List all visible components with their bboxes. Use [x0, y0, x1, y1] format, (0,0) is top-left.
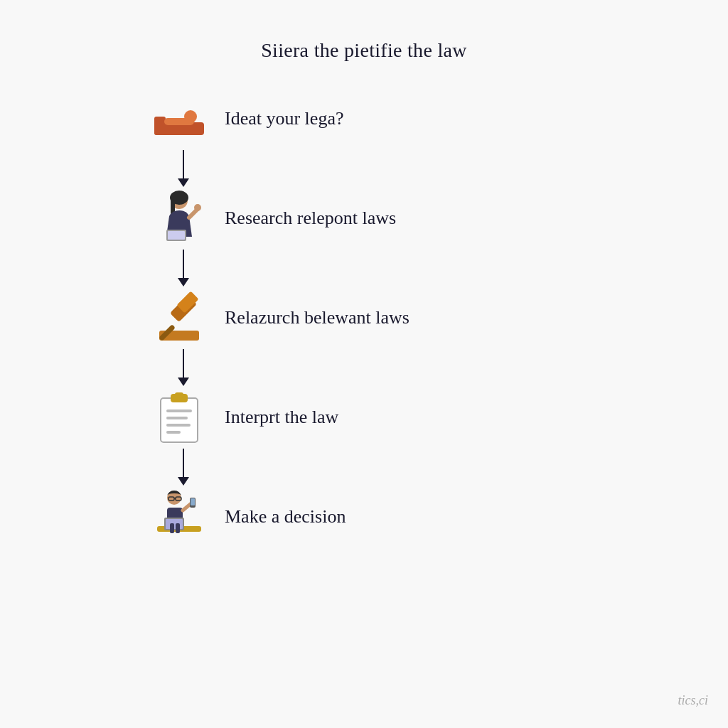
svg-rect-18	[166, 410, 192, 412]
svg-rect-32	[191, 498, 195, 505]
clipboard-icon	[151, 389, 208, 446]
gavel-icon	[151, 289, 208, 346]
svg-rect-34	[176, 523, 180, 533]
flow-step-2: Research relepont laws	[151, 190, 396, 247]
svg-rect-21	[166, 431, 181, 434]
page-title: Siiera the pietifie the law	[261, 39, 467, 62]
person-desk-icon	[151, 488, 208, 545]
watermark: tics,ci	[678, 693, 709, 708]
svg-point-8	[194, 204, 201, 211]
person-bed-icon	[151, 90, 208, 147]
arrow-3	[151, 349, 189, 386]
step2-label: Research relepont laws	[225, 208, 396, 229]
flow-step-4: Interprt the law	[151, 389, 338, 446]
arrow-1	[151, 150, 189, 187]
svg-rect-10	[168, 231, 185, 240]
svg-rect-17	[175, 392, 183, 398]
woman-icon	[151, 190, 208, 247]
step3-label: Relazurch belewant laws	[225, 307, 410, 328]
svg-rect-33	[170, 523, 174, 533]
flow-step-1: Ideat your lega?	[151, 90, 343, 147]
arrow-2	[151, 250, 189, 287]
svg-rect-3	[164, 118, 194, 125]
step1-label: Ideat your lega?	[225, 108, 343, 129]
step4-label: Interprt the law	[225, 407, 338, 428]
arrow-4	[151, 449, 189, 486]
step5-label: Make a decision	[225, 506, 346, 528]
svg-rect-1	[154, 117, 166, 135]
svg-rect-20	[166, 424, 191, 427]
svg-rect-19	[166, 417, 188, 419]
flow-container: Ideat your lega?	[151, 90, 577, 545]
svg-rect-15	[161, 398, 198, 442]
flow-step-3: Relazurch belewant laws	[151, 289, 410, 346]
flow-step-5: Make a decision	[151, 488, 346, 545]
